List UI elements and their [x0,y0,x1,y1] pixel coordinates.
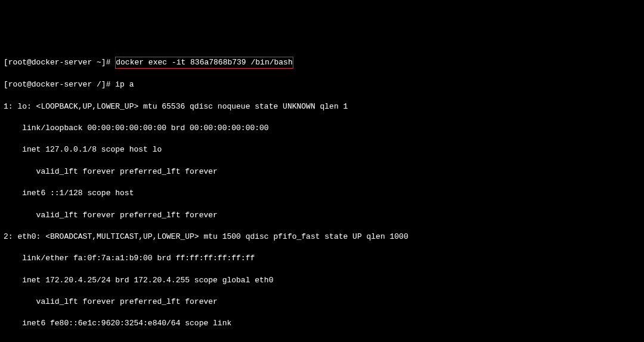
output-line: inet 127.0.0.1/8 scope host lo [4,144,640,155]
output-line: link/ether fa:0f:7a:a1:b9:00 brd ff:ff:f… [4,253,640,264]
command-line-1: [root@docker-server ~]# docker exec -it … [4,57,640,69]
output-line: link/loopback 00:00:00:00:00:00 brd 00:0… [4,123,640,134]
highlighted-command: docker exec -it 836a7868b739 /bin/bash [115,57,293,69]
output-line: valid_lft forever preferred_lft forever [4,297,640,307]
command-line-2: [root@docker-server /]# ip a [4,79,640,90]
output-line: inet 172.20.4.25/24 brd 172.20.4.255 sco… [4,275,640,286]
shell-prompt-1: [root@docker-server ~]# [4,58,115,67]
output-line: inet6 fe80::6e1c:9620:3254:e840/64 scope… [4,318,640,329]
output-line: valid_lft forever preferred_lft forever [4,210,640,221]
terminal-output[interactable]: [root@docker-server ~]# docker exec -it … [4,46,640,342]
output-line: 2: eth0: <BROADCAST,MULTICAST,UP,LOWER_U… [4,232,640,242]
output-line: valid_lft forever preferred_lft forever [4,167,640,177]
output-line: 1: lo: <LOOPBACK,UP,LOWER_UP> mtu 65536 … [4,101,640,112]
output-line: inet6 ::1/128 scope host [4,188,640,199]
